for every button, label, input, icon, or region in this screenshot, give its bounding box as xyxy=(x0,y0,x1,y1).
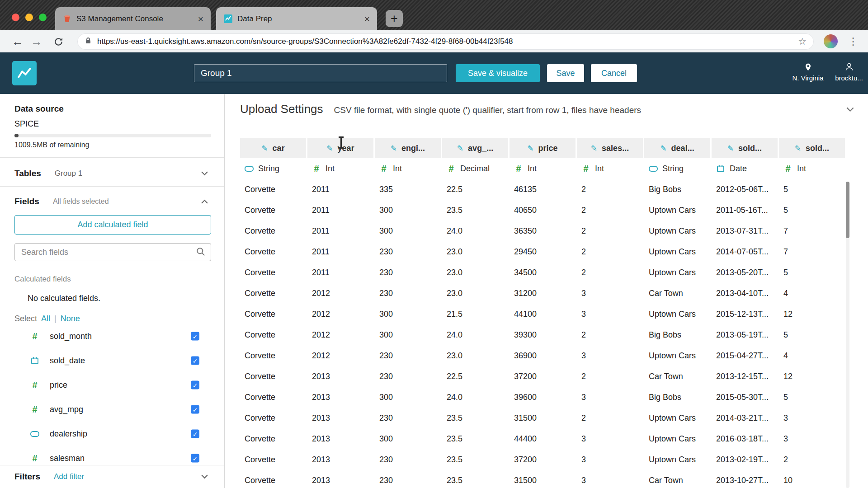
column-header-car[interactable]: ✎car xyxy=(240,138,306,158)
fullscreen-window-button[interactable] xyxy=(39,14,47,21)
table-cell: 36350 xyxy=(509,221,576,241)
chevron-up-icon[interactable] xyxy=(201,197,208,206)
column-type-selector[interactable]: String xyxy=(644,158,710,179)
field-checkbox[interactable]: ✓ xyxy=(191,430,199,438)
reload-icon[interactable] xyxy=(51,34,66,49)
column-type-selector[interactable]: String xyxy=(240,158,306,179)
filters-section-header[interactable]: Filters Add filter xyxy=(0,465,225,488)
select-all-link[interactable]: All xyxy=(41,314,50,324)
table-cell: 2013-05-20T... xyxy=(712,262,778,283)
column-header-sold[interactable]: ✎sold... xyxy=(779,138,845,158)
new-tab-button[interactable]: + xyxy=(386,10,403,27)
add-calculated-field-button[interactable]: Add calculated field xyxy=(14,215,211,235)
column-header-label: engi... xyxy=(401,144,425,153)
fields-section-header[interactable]: Fields All fields selected xyxy=(0,190,225,213)
column-type-selector[interactable]: #Decimal xyxy=(442,158,508,179)
search-fields-input[interactable] xyxy=(14,243,211,261)
table-cell: Corvette xyxy=(240,387,306,408)
table-cell: 21.5 xyxy=(442,304,508,324)
field-checkbox[interactable]: ✓ xyxy=(191,332,199,341)
cancel-button[interactable]: Cancel xyxy=(591,64,637,82)
region-selector[interactable]: N. Virginia xyxy=(788,59,828,82)
edit-column-icon[interactable]: ✎ xyxy=(457,144,463,153)
group-name-input[interactable] xyxy=(194,64,447,82)
table-cell: 29450 xyxy=(509,241,576,262)
add-filter-link[interactable]: Add filter xyxy=(54,472,84,481)
table-cell: 44400 xyxy=(509,428,576,449)
field-row-dealership: dealership✓ xyxy=(0,422,225,446)
spice-capacity-bar xyxy=(14,134,211,137)
table-cell: Corvette xyxy=(240,470,306,488)
column-type-selector[interactable]: #Int xyxy=(509,158,576,179)
chevron-down-icon[interactable] xyxy=(201,473,208,481)
user-menu[interactable]: brocktu... xyxy=(829,59,868,82)
minimize-window-button[interactable] xyxy=(25,14,33,21)
column-type-selector[interactable]: #Int xyxy=(779,158,845,179)
field-checkbox[interactable]: ✓ xyxy=(191,454,199,463)
table-scrollbar-thumb[interactable] xyxy=(846,182,849,238)
edit-column-icon[interactable]: ✎ xyxy=(527,144,533,153)
url-bar[interactable]: https://us-east-1.quicksight.aws.amazon.… xyxy=(77,33,814,50)
column-type-selector[interactable]: #Int xyxy=(577,158,643,179)
table-cell: 36900 xyxy=(509,345,576,366)
field-checkbox[interactable]: ✓ xyxy=(191,357,199,365)
edit-column-icon[interactable]: ✎ xyxy=(591,144,597,153)
edit-column-icon[interactable]: ✎ xyxy=(660,144,666,153)
number-type-icon: # xyxy=(30,331,39,342)
table-cell: 300 xyxy=(375,221,441,241)
table-cell: 2013-02-19T... xyxy=(712,449,778,470)
tables-label: Tables xyxy=(14,169,41,178)
browser-tab-s3[interactable]: S3 Management Console × xyxy=(55,7,211,30)
column-header-avg_[interactable]: ✎avg_... xyxy=(442,138,508,158)
table-cell: Corvette xyxy=(240,241,306,262)
sidebar: Data source SPICE 1009.5MB of remaining … xyxy=(0,94,225,488)
table-cell: 2015-05-30T... xyxy=(712,387,778,408)
table-cell: 46135 xyxy=(509,179,576,200)
close-tab-icon[interactable]: × xyxy=(198,14,203,23)
save-visualize-button[interactable]: Save & visualize xyxy=(456,64,540,82)
profile-avatar[interactable] xyxy=(824,34,838,48)
browser-menu-icon[interactable]: ⋮ xyxy=(846,34,860,49)
column-header-price[interactable]: ✎price xyxy=(509,138,576,158)
tables-section-header[interactable]: Tables Group 1 xyxy=(0,162,225,185)
table-cell: 2 xyxy=(577,241,643,262)
field-checkbox[interactable]: ✓ xyxy=(191,381,199,389)
column-type-label: Int xyxy=(595,164,604,174)
select-none-link[interactable]: None xyxy=(61,314,80,324)
chevron-down-icon[interactable] xyxy=(201,169,208,178)
close-window-button[interactable] xyxy=(12,14,19,21)
field-checkbox[interactable]: ✓ xyxy=(191,405,199,414)
table-cell: 2011 xyxy=(307,221,373,241)
table-cell: Corvette xyxy=(240,179,306,200)
table-row: Corvette201230021.5441003Uptown Cars2015… xyxy=(240,304,846,324)
table-cell: 230 xyxy=(375,366,441,387)
column-type-selector[interactable]: #Int xyxy=(375,158,441,179)
column-header-sold[interactable]: ✎sold... xyxy=(712,138,778,158)
close-tab-icon[interactable]: × xyxy=(364,14,370,23)
table-cell: Uptown Cars xyxy=(644,221,710,241)
back-icon[interactable]: ← xyxy=(10,34,25,49)
table-cell: Corvette xyxy=(240,304,306,324)
table-cell: 2013-07-31T... xyxy=(712,221,778,241)
column-header-engi[interactable]: ✎engi... xyxy=(375,138,441,158)
table-cell: 37200 xyxy=(509,366,576,387)
edit-column-icon[interactable]: ✎ xyxy=(261,144,268,153)
column-type-selector[interactable]: Date xyxy=(712,158,778,179)
collapse-settings-chevron-icon[interactable] xyxy=(846,106,854,114)
window-controls xyxy=(12,14,47,21)
edit-column-icon[interactable]: ✎ xyxy=(326,144,333,153)
column-header-deal[interactable]: ✎deal... xyxy=(644,138,710,158)
edit-column-icon[interactable]: ✎ xyxy=(795,144,801,153)
edit-column-icon[interactable]: ✎ xyxy=(391,144,397,153)
bookmark-star-icon[interactable]: ☆ xyxy=(798,36,807,47)
column-type-selector[interactable]: #Int xyxy=(307,158,373,179)
browser-tab-data-prep[interactable]: Data Prep × xyxy=(216,7,377,30)
column-header-sales[interactable]: ✎sales... xyxy=(577,138,643,158)
forward-icon[interactable]: → xyxy=(29,34,44,49)
save-button[interactable]: Save xyxy=(547,64,584,82)
table-cell: 2012-05-06T... xyxy=(712,179,778,200)
edit-column-icon[interactable]: ✎ xyxy=(727,144,734,153)
quicksight-logo[interactable] xyxy=(12,61,37,85)
table-cell: Uptown Cars xyxy=(644,304,710,324)
fields-label: Fields xyxy=(14,197,39,206)
